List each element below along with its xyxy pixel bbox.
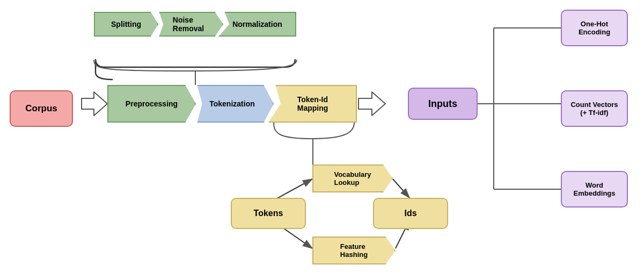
one-hot-encoding-label: One-HotEncoding [579,20,610,36]
tokenization-label: Tokenization [209,99,255,108]
ids-box: Ids [373,198,448,229]
preprocessing-label: Preprocessing [126,99,178,108]
preprocessing-chevron: Preprocessing [107,85,196,123]
splitting-label: Splitting [111,20,141,28]
corpus-label: Corpus [25,103,57,114]
normalization-chevron: Normalization [218,12,296,37]
arrows-overlay [0,0,644,272]
vocabulary-lookup-label: VocabularyLookup [334,170,371,187]
svg-line-6 [393,179,409,198]
tokens-box: Tokens [231,198,306,229]
noise-removal-label: NoiseRemoval [173,16,204,33]
feature-hashing-chevron: FeatureHashing [312,237,396,264]
tokenization-chevron: Tokenization [191,85,274,123]
inputs-box: Inputs [408,88,478,120]
word-embeddings-label: WordEmbeddings [573,181,615,197]
inputs-label: Inputs [428,98,457,110]
normalization-label: Normalization [232,20,282,28]
token-id-mapping-chevron: Token-IdMapping [268,85,357,123]
word-embeddings-box: WordEmbeddings [561,171,628,207]
count-vectors-label: Count Vectors(+ Tf-idf) [570,101,618,117]
feature-hashing-label: FeatureHashing [340,242,368,259]
tokens-label: Tokens [254,209,283,218]
diagram: Corpus Splitting NoiseRemoval Normalizat… [0,0,644,272]
svg-marker-2 [82,92,107,116]
noise-removal-chevron: NoiseRemoval [153,12,223,37]
count-vectors-box: Count Vectors(+ Tf-idf) [561,90,628,127]
ids-label: Ids [404,209,416,218]
one-hot-encoding-box: One-HotEncoding [561,10,628,46]
splitting-chevron: Splitting [94,12,158,37]
svg-marker-3 [358,92,385,116]
corpus-box: Corpus [10,90,73,127]
vocabulary-lookup-chevron: VocabularyLookup [312,164,393,192]
token-id-mapping-label: Token-IdMapping [297,95,328,112]
